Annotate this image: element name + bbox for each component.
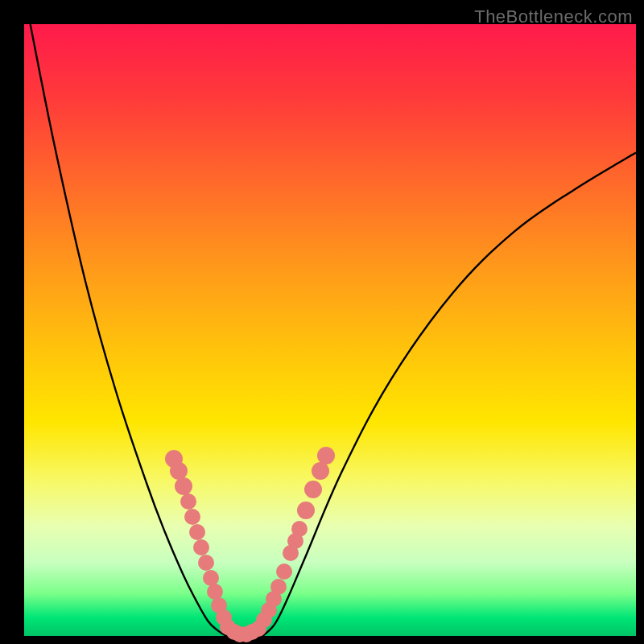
curve-right	[262, 153, 636, 636]
curves-layer	[24, 24, 636, 636]
marker-dot-left	[189, 524, 205, 540]
marker-dot-right	[276, 564, 292, 580]
chart-frame: TheBottleneck.com	[0, 0, 644, 644]
marker-dot-right	[312, 462, 329, 480]
marker-dot-left	[193, 539, 209, 555]
marker-dot-left	[184, 509, 200, 525]
marker-dot-left	[180, 493, 196, 510]
marker-dot-right	[304, 481, 322, 498]
plot-area	[24, 24, 636, 636]
marker-dot-left	[175, 477, 192, 495]
marker-dot-right	[291, 521, 308, 537]
marker-dot-right	[297, 502, 315, 519]
watermark-text: TheBottleneck.com	[474, 6, 633, 27]
marker-dot-left	[198, 555, 214, 571]
marker-dot-right	[317, 447, 335, 464]
marker-dot-right	[270, 579, 287, 595]
